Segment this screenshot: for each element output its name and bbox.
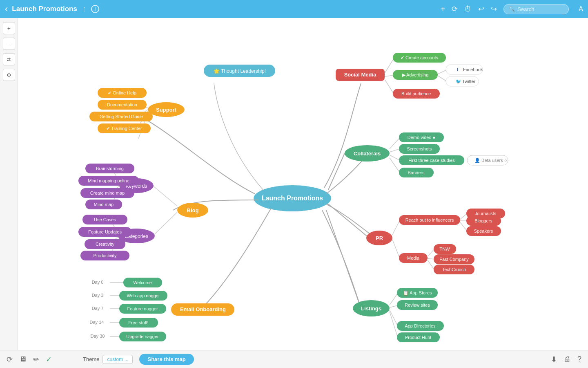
title-menu-arrow[interactable]: ⋮ <box>81 6 87 12</box>
collaterals-node[interactable]: Collaterals <box>345 145 390 162</box>
svg-line-81 <box>438 76 447 81</box>
web-app-nagger-node[interactable]: Web app nagger <box>119 291 167 301</box>
svg-text:Web app nagger: Web app nagger <box>127 293 160 298</box>
training-center-node[interactable]: ✔ Training Center <box>98 123 151 133</box>
print-icon[interactable]: 🖨 <box>564 355 571 364</box>
download-icon[interactable]: ⬇ <box>551 355 557 364</box>
social-media-node[interactable]: Social Media <box>336 69 385 81</box>
svg-text:Feature nagger: Feature nagger <box>127 306 158 311</box>
shuffle-button[interactable]: ⇄ <box>3 53 15 65</box>
undo-button[interactable]: ↩ <box>478 4 484 13</box>
svg-text:Day 30: Day 30 <box>91 334 105 339</box>
banners-node[interactable]: Banners <box>399 168 434 177</box>
build-audience-node[interactable]: Build audience <box>393 89 440 99</box>
theme-area: Theme custom ... <box>83 355 133 364</box>
media-node[interactable]: Media <box>399 253 428 263</box>
svg-text:Day 0: Day 0 <box>92 280 104 285</box>
svg-text:✔ Training Center: ✔ Training Center <box>106 126 142 131</box>
timer-button[interactable]: ⏱ <box>464 5 472 13</box>
product-hunt-node[interactable]: Product Hunt <box>397 332 440 342</box>
svg-line-135 <box>326 210 361 308</box>
create-mind-map-node[interactable]: Create mind map <box>80 188 134 198</box>
mind-mapping-online-node[interactable]: Mind mapping online <box>78 176 139 186</box>
svg-line-93 <box>328 153 345 190</box>
check-icon[interactable]: ✓ <box>46 355 52 364</box>
font-size-icon[interactable]: A <box>579 5 583 13</box>
creativity-node[interactable]: Creativity <box>85 239 125 249</box>
zoom-in-button[interactable]: + <box>3 22 15 34</box>
screenshots-node[interactable]: Screenshots <box>399 144 440 154</box>
create-accounts-node[interactable]: ✔ Create accounts <box>393 53 446 63</box>
search-icon: 🔍 <box>509 6 515 12</box>
reach-out-node[interactable]: Reach out to influencers <box>399 215 460 225</box>
svg-text:Free stuff!: Free stuff! <box>128 320 148 325</box>
use-cases-node[interactable]: Use Cases <box>82 215 127 224</box>
svg-text:Collaterals: Collaterals <box>354 150 381 157</box>
free-stuff-node[interactable]: Free stuff! <box>119 318 158 328</box>
header-right-tools: + ⟳ ⏱ ↩ ↪ 🔍 A <box>441 4 583 14</box>
productivity-node[interactable]: Productivity <box>80 251 129 260</box>
help-icon[interactable]: ? <box>577 355 581 364</box>
email-onboarding-node[interactable]: Email Onboarding <box>171 303 234 316</box>
settings-button[interactable]: ⚙ <box>3 69 15 81</box>
techcrunch-node[interactable]: TechCrunch <box>434 265 474 274</box>
app-stores-node[interactable]: 📋 App Stores <box>397 288 438 298</box>
theme-button[interactable]: custom ... <box>102 355 133 364</box>
back-button[interactable]: ‹ <box>5 4 8 14</box>
search-input[interactable] <box>517 6 562 12</box>
svg-line-127 <box>428 258 434 259</box>
feature-nagger-node[interactable]: Feature nagger <box>119 304 166 314</box>
listings-node[interactable]: Listings <box>353 300 390 316</box>
history-button[interactable]: ⟳ <box>452 4 458 13</box>
svg-text:Banners: Banners <box>408 170 425 175</box>
svg-text:Social Media: Social Media <box>344 72 377 78</box>
first-three-case-studies-node[interactable]: First three case studies <box>399 155 464 165</box>
app-directories-node[interactable]: App Directories <box>397 321 444 331</box>
fast-company-node[interactable]: Fast Company <box>434 254 474 264</box>
speakers-node[interactable]: Speakers <box>466 226 501 236</box>
svg-line-80 <box>438 70 447 74</box>
svg-line-20 <box>153 186 177 206</box>
twitter-node[interactable]: 🐦 Twitter <box>446 76 479 86</box>
svg-text:Listings: Listings <box>361 305 381 312</box>
pr-node[interactable]: PR <box>366 231 392 245</box>
brainstorming-node[interactable]: Brainstorming <box>85 164 134 173</box>
share-button[interactable]: Share this map <box>139 354 194 365</box>
edit-icon[interactable]: ✏ <box>33 355 39 364</box>
tnw-node[interactable]: TNW <box>434 244 456 254</box>
svg-line-123 <box>392 240 400 258</box>
feature-updates-node[interactable]: Feature Updates <box>78 227 131 237</box>
redo-button[interactable]: ↪ <box>491 4 497 13</box>
history-icon[interactable]: ⟳ <box>7 355 13 364</box>
support-node[interactable]: Support <box>148 102 185 117</box>
svg-text:TechCrunch: TechCrunch <box>442 267 466 272</box>
center-node[interactable]: Launch Promotions <box>254 185 331 211</box>
documentation-node[interactable]: Documentation <box>98 100 147 110</box>
svg-text:Review sites: Review sites <box>405 303 430 307</box>
svg-line-74 <box>385 59 394 73</box>
advertising-node[interactable]: ▶ Advertising <box>393 70 438 80</box>
mind-map-node[interactable]: Mind map <box>85 200 122 209</box>
svg-text:Use Cases: Use Cases <box>94 217 116 222</box>
zoom-out-button[interactable]: − <box>3 38 15 50</box>
beta-users-node[interactable]: 👤 Beta users ○ <box>467 155 508 165</box>
welcome-node[interactable]: Welcome <box>123 278 162 287</box>
facebook-node[interactable]: f Facebook <box>446 65 483 74</box>
thought-leadership-node[interactable]: 🌟 Thought Leadership! <box>204 65 275 77</box>
blog-node[interactable]: Blog <box>177 203 208 218</box>
add-button[interactable]: + <box>441 4 445 14</box>
getting-started-node[interactable]: Getting Started Guide <box>89 112 153 121</box>
upgrade-nagger-node[interactable]: Upgrade nagger <box>119 332 166 341</box>
bloggers-node[interactable]: Bloggers <box>466 216 501 226</box>
online-help-node[interactable]: ✔ Online Help <box>98 88 147 98</box>
desktop-icon[interactable]: 🖥 <box>19 355 27 364</box>
svg-text:Brainstorming: Brainstorming <box>96 166 124 171</box>
info-button[interactable]: i <box>91 5 99 13</box>
search-box[interactable]: 🔍 <box>503 4 569 14</box>
svg-text:Product Hunt: Product Hunt <box>405 335 431 340</box>
svg-text:Support: Support <box>156 107 176 113</box>
svg-text:👤 Beta users ○: 👤 Beta users ○ <box>474 157 507 163</box>
demo-video-node[interactable]: Demo video ● <box>399 132 444 142</box>
review-sites-node[interactable]: Review sites <box>397 300 438 310</box>
svg-text:TNW: TNW <box>439 247 450 251</box>
